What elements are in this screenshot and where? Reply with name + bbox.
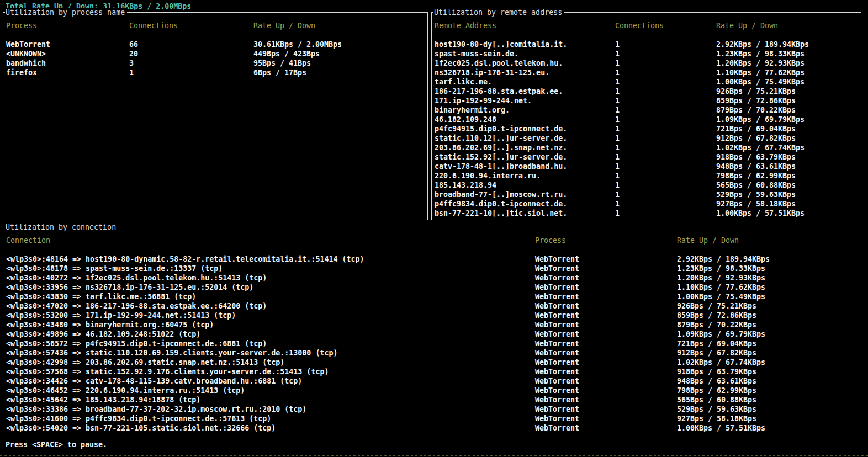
table-cell: WebTorrent (535, 376, 579, 386)
table-cell: 1.20KBps / 92.93KBps (716, 59, 805, 68)
table-row: p4ffc9834.dip0.t-ipconnect.de.1927Bps / … (432, 199, 861, 209)
table-cell: static.152.92[..]ur-server.de. (435, 152, 567, 162)
table-cell: 798Bps / 62.99KBps (677, 386, 756, 395)
table-cell: host190-80-dy[..]comitalia.it. (435, 40, 567, 49)
table-cell: 912Bps / 67.82KBps (677, 348, 756, 358)
table-row: 171.ip-192-99-244.net.1859Bps / 72.86KBp… (432, 96, 861, 105)
panel-utilization-by-remote-address: Utilization by remote address Remote Add… (431, 12, 861, 220)
table-row: static.152.92[..]ur-server.de.1918Bps / … (432, 152, 861, 162)
table-row: host190-80-dy[..]comitalia.it.12.92KBps … (432, 40, 861, 49)
table-cell: 1 (615, 180, 620, 190)
table-row: <wlp3s0>:45642 => 185.143.218.94:18878 (… (3, 395, 861, 405)
table-row: <wlp3s0>:41600 => p4ffc9834.dip0.t-ipcon… (3, 414, 861, 423)
table-cell: WebTorrent (6, 40, 50, 49)
column-header-rate: Rate Up / Down (677, 236, 739, 245)
table-cell: 918Bps / 63.79KBps (677, 367, 756, 376)
process-table-body: WebTorrent6630.61KBps / 2.00MBps<UNKNOWN… (3, 40, 427, 77)
table-cell: 1.23KBps / 98.33KBps (716, 49, 805, 59)
table-row: <wlp3s0>:57568 => static.152.92.9.176.cl… (3, 367, 861, 376)
table-cell: p4ffc9834.dip0.t-ipconnect.de. (435, 199, 567, 209)
table-cell: 948Bps / 63.61KBps (677, 376, 756, 386)
table-cell: bandwhich (6, 59, 46, 68)
table-row: <wlp3s0>:49896 => 46.182.109.248:51022 (… (3, 330, 861, 339)
table-cell: p4fc94915.dip0.t-ipconnect.de. (435, 124, 567, 134)
panel-connection-title: Utilization by connection (5, 222, 118, 232)
pause-hint: Press <SPACE> to pause. (6, 440, 107, 449)
table-row: <wlp3s0>:43480 => binaryhermit.org.:6047… (3, 320, 861, 330)
column-header-rate: Rate Up / Down (253, 21, 315, 30)
connection-table-header: Connection Process Rate Up / Down (3, 236, 861, 245)
table-row: bsn-77-221-10[..]tic.siol.net.11.00KBps … (432, 209, 861, 218)
table-cell: WebTorrent (535, 414, 579, 423)
table-cell: 1.10KBps / 77.62KBps (716, 68, 805, 77)
table-row: firefox16Bps / 17Bps (3, 68, 427, 77)
table-cell: 1.10KBps / 77.62KBps (677, 283, 765, 292)
table-cell: 721Bps / 69.04KBps (716, 124, 796, 134)
table-cell: <wlp3s0>:43830 => tarf.likc.me.:56881 (t… (6, 292, 196, 301)
table-row: ns326718.ip-176-31-125.eu.11.10KBps / 77… (432, 68, 861, 77)
table-cell: firefox (6, 68, 37, 77)
table-cell: <wlp3s0>:41600 => p4ffc9834.dip0.t-ipcon… (6, 414, 271, 423)
table-row: WebTorrent6630.61KBps / 2.00MBps (3, 40, 427, 49)
table-cell: 1 (615, 77, 620, 87)
table-row: <wlp3s0>:48164 => host190-80-dynamic.58-… (3, 254, 861, 264)
table-cell: 1 (615, 134, 620, 143)
table-cell: WebTorrent (535, 386, 579, 395)
table-cell: 1 (615, 190, 620, 199)
table-cell: 1 (615, 115, 620, 124)
table-cell: 859Bps / 72.86KBps (677, 311, 756, 320)
column-header-process: Process (535, 236, 566, 245)
table-cell: <wlp3s0>:49896 => 46.182.109.248:51022 (… (6, 330, 200, 339)
table-cell: WebTorrent (535, 423, 579, 433)
table-cell: WebTorrent (535, 264, 579, 273)
table-cell: WebTorrent (535, 339, 579, 348)
table-cell: 203.86.202.69[..].snap.net.nz. (435, 143, 567, 152)
table-cell: WebTorrent (535, 358, 579, 367)
panel-utilization-by-process: Utilization by process name Process Conn… (3, 12, 428, 220)
table-row: static.110.12[..]ur-server.de.1912Bps / … (432, 134, 861, 143)
table-row: tarf.likc.me.11.00KBps / 75.49KBps (432, 77, 861, 87)
table-cell: 1 (615, 209, 620, 218)
table-cell: WebTorrent (535, 320, 579, 330)
table-cell: <wlp3s0>:40272 => 1f2ec025.dsl.pool.tele… (6, 273, 267, 283)
table-cell: 1 (615, 40, 620, 49)
table-cell: 1 (615, 68, 620, 77)
table-cell: 1 (615, 96, 620, 105)
table-row: binaryhermit.org.1879Bps / 70.22KBps (432, 105, 861, 115)
table-cell: tarf.likc.me. (435, 77, 492, 87)
table-cell: broadband-77-[..]moscow.rt.ru. (435, 190, 567, 199)
table-cell: 918Bps / 63.79KBps (716, 152, 796, 162)
table-cell: catv-178-48-1[..]broadband.hu. (435, 162, 567, 171)
table-row: 186-217-196-88.sta.estpak.ee.1926Bps / 7… (432, 87, 861, 96)
table-cell: WebTorrent (535, 405, 579, 414)
table-cell: <wlp3s0>:57568 => static.152.92.9.176.cl… (6, 367, 329, 376)
table-row: 46.182.109.24811.09KBps / 69.79KBps (432, 115, 861, 124)
table-cell: <wlp3s0>:53200 => 171.ip-192-99-244.net.… (6, 311, 236, 320)
column-header-process: Process (6, 21, 37, 30)
connection-table-body: <wlp3s0>:48164 => host190-80-dynamic.58-… (3, 254, 861, 433)
table-cell: WebTorrent (535, 273, 579, 283)
remote-table-header: Remote Address Connections Rate Up / Dow… (432, 21, 861, 30)
table-cell: WebTorrent (535, 301, 579, 311)
table-cell: 1 (615, 59, 620, 68)
table-cell: 46.182.109.248 (435, 115, 496, 124)
table-row: spast-muss-sein.de.11.23KBps / 98.33KBps (432, 49, 861, 59)
column-header-rate: Rate Up / Down (716, 21, 778, 30)
table-row: <wlp3s0>:33956 => ns326718.ip-176-31-125… (3, 283, 861, 292)
table-row: catv-178-48-1[..]broadband.hu.1948Bps / … (432, 162, 861, 171)
table-cell: WebTorrent (535, 292, 579, 301)
table-cell: 1 (129, 68, 134, 77)
table-cell: 1.02KBps / 67.74KBps (677, 358, 765, 367)
table-row: 220.6.190.94.interra.ru.1798Bps / 62.99K… (432, 171, 861, 180)
table-cell: binaryhermit.org. (435, 105, 510, 115)
table-cell: 1.00KBps / 75.49KBps (716, 77, 805, 87)
table-cell: <wlp3s0>:33386 => broadband-77-37-202-32… (6, 405, 306, 414)
table-cell: 3 (129, 59, 134, 68)
column-header-connections: Connections (615, 21, 664, 30)
table-cell: <wlp3s0>:48164 => host190-80-dynamic.58-… (6, 254, 364, 264)
table-cell: 879Bps / 70.22KBps (677, 320, 756, 330)
table-cell: 565Bps / 60.88KBps (716, 180, 796, 190)
table-cell: WebTorrent (535, 395, 579, 405)
table-cell: <wlp3s0>:56572 => p4fc94915.dip0.t-ipcon… (6, 339, 267, 348)
table-cell: 2.92KBps / 189.94KBps (677, 254, 770, 264)
